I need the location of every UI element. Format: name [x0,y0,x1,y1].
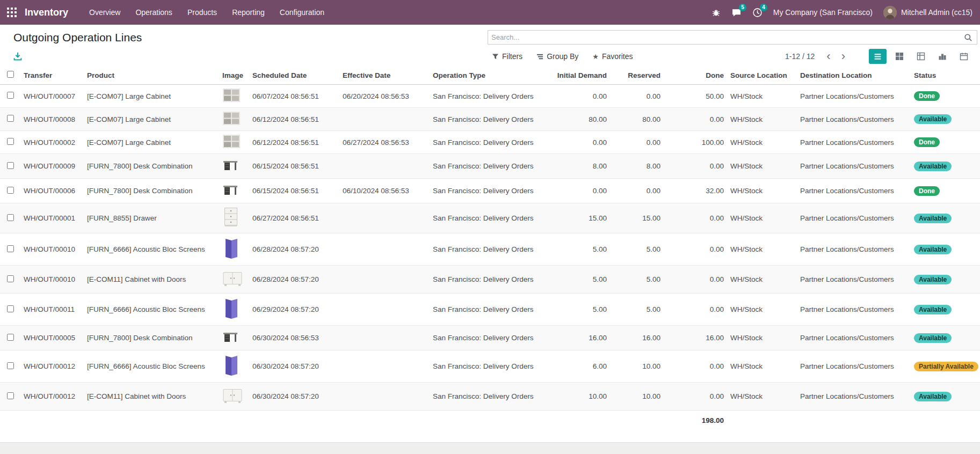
view-list-button[interactable] [869,49,887,64]
messages-icon[interactable]: 5 [731,8,742,18]
cell-operation-type: San Francisco: Delivery Orders [430,179,550,203]
debug-bug-icon[interactable] [712,8,721,17]
nav-item-reporting[interactable]: Reporting [225,1,272,24]
table-row[interactable]: WH/OUT/00009[FURN_7800] Desk Combination… [0,154,980,179]
row-checkbox[interactable] [7,305,14,312]
row-checkbox[interactable] [7,245,14,252]
column-header-destination-location[interactable]: Destination Location [797,66,911,85]
search-icon[interactable] [964,33,972,42]
product-image-cabinet-doors [222,269,243,288]
row-checkbox[interactable] [7,334,14,341]
cell-destination-location: Partner Locations/Customers [797,179,911,203]
product-image-desk-combination [222,157,238,173]
pager-next-button[interactable]: › [837,50,850,62]
row-checkbox[interactable] [7,214,14,221]
table-row[interactable]: WH/OUT/00001[FURN_8855] Drawer06/27/2024… [0,203,980,233]
status-badge: Done [914,137,940,147]
cell-transfer: WH/OUT/00007 [20,85,84,108]
cell-reserved: 0.00 [610,85,664,108]
column-header-done[interactable]: Done [664,66,727,85]
cell-image [219,154,249,179]
nav-item-products[interactable]: Products [180,1,224,24]
column-header-scheduled-date[interactable]: Scheduled Date [249,66,339,85]
favorites-button[interactable]: ★ Favorites [592,52,633,61]
column-header-reserved[interactable]: Reserved [610,66,664,85]
table-row[interactable]: WH/OUT/00012[FURN_6666] Acoustic Bloc Sc… [0,350,980,383]
row-select-cell [0,85,20,108]
activities-clock-icon[interactable]: 4 [752,8,763,18]
row-checkbox[interactable] [7,275,14,282]
row-checkbox[interactable] [7,187,14,194]
pager-previous-button[interactable]: ‹ [822,50,834,62]
cell-operation-type: San Francisco: Delivery Orders [430,326,550,350]
view-kanban-button[interactable] [890,49,908,64]
cell-destination-location: Partner Locations/Customers [797,85,911,108]
app-name[interactable]: Inventory [25,7,68,18]
table-row[interactable]: WH/OUT/00008[E-COM07] Large Cabinet06/12… [0,108,980,131]
cell-source-location: WH/Stock [727,326,797,350]
nav-menu: OverviewOperationsProductsReportingConfi… [82,1,331,24]
column-header-source-location[interactable]: Source Location [727,66,797,85]
search-input[interactable] [491,33,964,41]
column-header-effective-date[interactable]: Effective Date [339,66,430,85]
row-checkbox[interactable] [7,138,14,145]
pager: 1-12 / 12 ‹ › [785,50,850,62]
product-image-desk-combination [222,182,238,198]
cell-initial-demand: 10.00 [550,383,610,411]
cell-done: 0.00 [664,233,727,266]
row-checkbox[interactable] [7,92,14,99]
column-header-status[interactable]: Status [911,66,980,85]
status-badge: Available [914,162,952,171]
column-header-operation-type[interactable]: Operation Type [430,66,550,85]
view-graph-button[interactable] [933,49,951,64]
nav-item-operations[interactable]: Operations [128,1,179,24]
row-checkbox[interactable] [7,162,14,169]
cell-initial-demand: 5.00 [550,233,610,266]
cell-reserved: 5.00 [610,233,664,266]
apps-grid-icon[interactable] [3,4,20,21]
cell-done: 0.00 [664,108,727,131]
nav-item-configuration[interactable]: Configuration [273,1,331,24]
row-select-cell [0,108,20,131]
cell-product: [E-COM11] Cabinet with Doors [84,266,219,294]
cell-scheduled-date: 06/30/2024 08:57:20 [249,383,339,411]
company-switcher[interactable]: My Company (San Francisco) [773,8,873,17]
favorites-label: Favorites [602,52,633,61]
cell-image [219,203,249,233]
group-by-button[interactable]: Group By [536,52,578,61]
table-row[interactable]: WH/OUT/00011[FURN_6666] Acoustic Bloc Sc… [0,294,980,326]
column-header-image[interactable]: Image [219,66,249,85]
cell-transfer: WH/OUT/00008 [20,108,84,131]
export-button[interactable] [10,49,26,63]
row-checkbox[interactable] [7,115,14,122]
table-row[interactable]: WH/OUT/00012[E-COM11] Cabinet with Doors… [0,383,980,411]
cell-done: 0.00 [664,203,727,233]
table-row[interactable]: WH/OUT/00006[FURN_7800] Desk Combination… [0,179,980,203]
table-row[interactable]: WH/OUT/00007[E-COM07] Large Cabinet06/07… [0,85,980,108]
row-select-cell [0,203,20,233]
cell-effective-date [339,154,430,179]
table-row[interactable]: WH/OUT/00002[E-COM07] Large Cabinet06/12… [0,131,980,154]
filters-button[interactable]: Filters [492,52,522,61]
row-checkbox[interactable] [7,362,14,369]
horizontal-scrollbar-track[interactable] [0,442,980,454]
cell-product: [E-COM11] Cabinet with Doors [84,383,219,411]
cell-operation-type: San Francisco: Delivery Orders [430,154,550,179]
nav-item-overview[interactable]: Overview [82,1,127,24]
column-header-initial-demand[interactable]: Initial Demand [550,66,610,85]
column-header-product[interactable]: Product [84,66,219,85]
column-header-transfer[interactable]: Transfer [20,66,84,85]
select-all-checkbox[interactable] [7,71,14,78]
row-checkbox[interactable] [7,392,14,399]
cell-transfer: WH/OUT/00002 [20,131,84,154]
product-image-acoustic-screens [222,237,241,260]
table-row[interactable]: WH/OUT/00010[E-COM11] Cabinet with Doors… [0,266,980,294]
table-row[interactable]: WH/OUT/00010[FURN_6666] Acoustic Bloc Sc… [0,233,980,266]
view-pivot-button[interactable] [912,49,930,64]
view-calendar-button[interactable] [955,49,972,64]
cell-operation-type: San Francisco: Delivery Orders [430,233,550,266]
cell-product: [E-COM07] Large Cabinet [84,108,219,131]
user-menu[interactable]: Mitchell Admin (cc15) [883,6,972,19]
table-row[interactable]: WH/OUT/00005[FURN_7800] Desk Combination… [0,326,980,350]
cell-scheduled-date: 06/15/2024 08:56:51 [249,179,339,203]
